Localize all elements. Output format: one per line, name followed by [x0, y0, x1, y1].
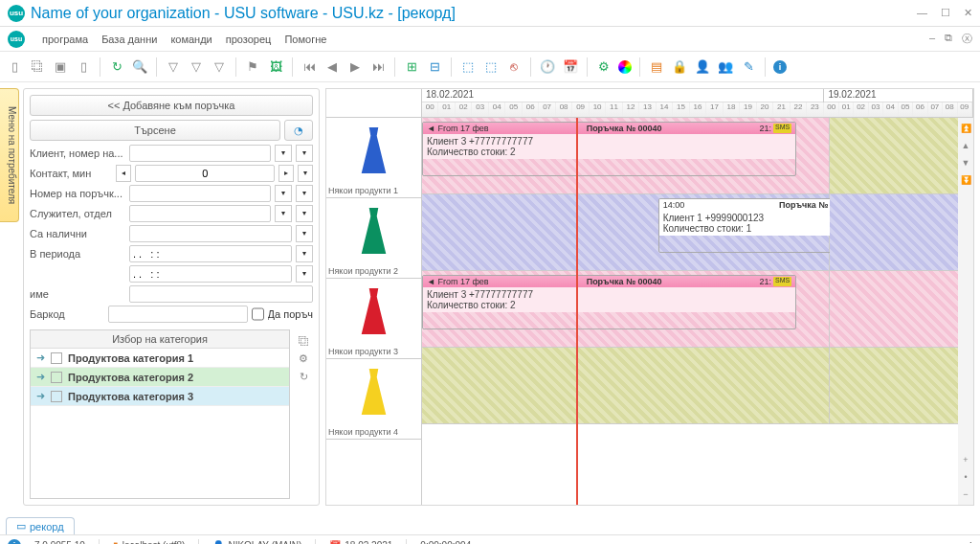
scroll-down-icon[interactable]: ▼ [962, 158, 970, 168]
gear-icon[interactable]: ⚙ [595, 58, 612, 76]
client-dd1[interactable]: ▾ [275, 145, 292, 162]
period-from-dd[interactable]: ▾ [296, 245, 313, 262]
scroll-up-fast-icon[interactable]: ⏫ [961, 124, 971, 133]
contact-dec[interactable]: ◂ [116, 165, 131, 182]
filter-icon[interactable]: ▽ [165, 58, 182, 76]
mdi-minimize-icon[interactable]: – [929, 32, 935, 46]
image-icon[interactable]: 🖼 [267, 58, 284, 76]
prev-icon[interactable]: ◀ [323, 58, 341, 76]
available-input[interactable] [129, 225, 292, 242]
flag-icon[interactable]: ⚑ [244, 58, 261, 76]
scroll-up-icon[interactable]: ▲ [962, 141, 970, 150]
cat-checkbox[interactable] [51, 391, 62, 402]
current-time-line [576, 118, 578, 505]
scroll-down-fast-icon[interactable]: ⏬ [961, 175, 971, 185]
tab-record[interactable]: ▭рекорд [6, 517, 75, 534]
status-date: 18.02.2021 [345, 540, 392, 544]
menu-database[interactable]: База данни [101, 34, 157, 45]
barcode-input[interactable] [108, 306, 248, 323]
calendar-icon[interactable]: 📅 [562, 58, 579, 76]
resize-grip-icon[interactable]: ⋰ [963, 540, 972, 544]
save-icon[interactable]: ▣ [52, 58, 69, 76]
user-menu-tab[interactable]: Меню на потребителя [0, 88, 19, 222]
window-title: Name of your organization - USU software… [31, 5, 917, 22]
order-checkbox[interactable] [252, 306, 264, 323]
word-icon[interactable]: ⊟ [426, 58, 443, 76]
report2-icon[interactable]: ⬚ [482, 58, 500, 76]
category-row-2[interactable]: ➜Продуктова категория 2 [31, 368, 289, 387]
period-to-dd[interactable]: ▾ [296, 265, 313, 283]
orderno-input[interactable] [129, 185, 271, 202]
status-info-icon[interactable]: i [8, 539, 21, 545]
filter2-icon[interactable]: ▽ [188, 58, 205, 76]
category-row-1[interactable]: ➜Продуктова категория 1 [31, 349, 289, 368]
category-row-3[interactable]: ➜Продуктова категория 3 [31, 387, 289, 406]
last-icon[interactable]: ⏭ [369, 58, 387, 76]
menu-program[interactable]: програма [42, 34, 88, 45]
next-icon[interactable]: ▶ [346, 58, 364, 76]
new-icon[interactable]: ▯ [6, 58, 23, 76]
cat-label: Продуктова категория 2 [68, 372, 193, 383]
delete-icon[interactable]: ▯ [75, 58, 92, 76]
copy-icon[interactable]: ⿻ [29, 58, 46, 76]
zoom-marker-icon[interactable]: • [964, 472, 967, 482]
employee-dd2[interactable]: ▾ [296, 205, 313, 222]
mdi-close-icon[interactable]: ⓧ [962, 32, 972, 46]
period-from-input[interactable] [129, 245, 292, 262]
user2-icon[interactable]: 👥 [717, 58, 734, 76]
contact-input[interactable] [135, 165, 275, 182]
color-icon[interactable] [618, 60, 632, 74]
search-options-button[interactable]: ◔ [284, 120, 313, 141]
orderno-dd1[interactable]: ▾ [275, 185, 292, 202]
event-from: ◄ From 17 фев [427, 277, 489, 286]
close-icon[interactable]: ✕ [964, 7, 972, 19]
rss-icon[interactable]: ▤ [648, 58, 665, 76]
clock-icon[interactable]: 🕐 [539, 58, 556, 76]
hours-scale-2: 00010203040506070809 [824, 102, 972, 117]
highlight-icon[interactable]: ✎ [740, 58, 757, 76]
order-event-3[interactable]: ◄ From 17 февПоръчка № 0004021:SMS Клиен… [422, 275, 796, 329]
client-dd2[interactable]: ▾ [296, 145, 313, 162]
search-button[interactable]: Търсене [30, 120, 280, 141]
refresh-icon[interactable]: ↻ [108, 58, 125, 76]
client-input[interactable] [129, 145, 271, 162]
order-event-1[interactable]: ◄ From 17 февПоръчка № 0004021:SMS Клиен… [422, 122, 796, 176]
menu-help[interactable]: Помогне [284, 34, 326, 45]
orderno-dd2[interactable]: ▾ [296, 185, 313, 202]
zoom-in-icon[interactable]: + [963, 455, 968, 465]
excel-icon[interactable]: ⊞ [403, 58, 420, 76]
menu-window[interactable]: прозорец [226, 34, 272, 45]
cat-checkbox[interactable] [51, 352, 62, 364]
mdi-restore-icon[interactable]: ⧉ [945, 32, 952, 46]
expand-icon[interactable]: ➜ [36, 351, 45, 364]
contact-dd[interactable]: ▾ [298, 165, 313, 182]
period-to-input[interactable] [129, 265, 292, 283]
name-input[interactable] [129, 285, 313, 303]
zoom-out-icon[interactable]: − [963, 489, 968, 499]
expand-icon[interactable]: ➜ [36, 371, 45, 383]
add-to-order-button[interactable]: << Добавяне към поръчка [30, 95, 313, 116]
exit-icon[interactable]: ⎋ [505, 58, 523, 76]
cat-checkbox[interactable] [51, 372, 62, 383]
filter3-icon[interactable]: ▽ [211, 58, 228, 76]
refresh-list-icon[interactable]: ↻ [300, 371, 308, 383]
hours-scale-1: 0001020304050607080910111213141516171819… [422, 102, 823, 117]
user1-icon[interactable]: 👤 [694, 58, 711, 76]
menu-commands[interactable]: команди [170, 34, 212, 45]
status-time: 0:00:00:004 [420, 540, 471, 544]
lock-icon[interactable]: 🔒 [671, 58, 688, 76]
search-icon[interactable]: 🔍 [131, 58, 148, 76]
minimize-icon[interactable]: — [917, 7, 927, 19]
available-dd[interactable]: ▾ [296, 225, 313, 242]
info-icon[interactable]: i [773, 60, 787, 74]
expand-icon[interactable]: ➜ [36, 390, 45, 402]
first-icon[interactable]: ⏮ [301, 58, 318, 76]
report1-icon[interactable]: ⬚ [459, 58, 477, 76]
maximize-icon[interactable]: ☐ [941, 7, 950, 19]
event-qty: Количество стоки: 2 [427, 300, 791, 310]
contact-inc[interactable]: ▸ [278, 165, 294, 182]
settings-list-icon[interactable]: ⚙ [299, 352, 308, 365]
employee-dd1[interactable]: ▾ [275, 205, 292, 222]
employee-input[interactable] [129, 205, 271, 222]
copy-list-icon[interactable]: ⿻ [299, 335, 309, 347]
